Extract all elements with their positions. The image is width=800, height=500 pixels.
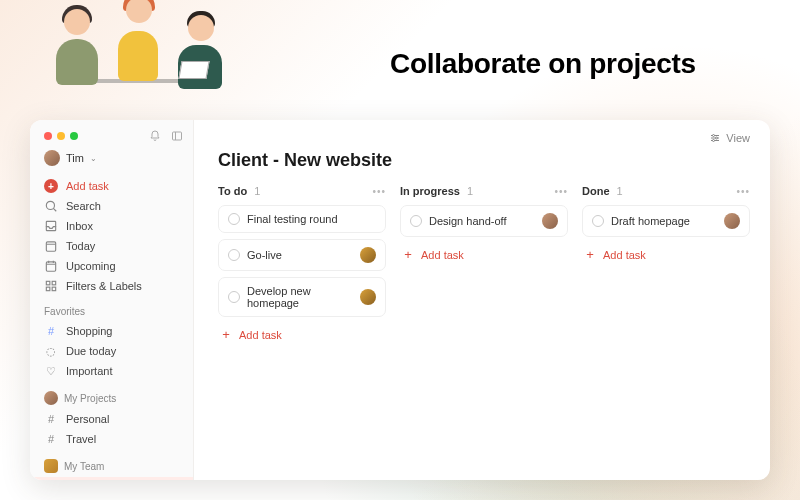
calendar-today-icon	[44, 239, 58, 253]
sidebar: Tim ⌄ + Add task Search Inbox Today Upco…	[30, 120, 194, 480]
column-menu-button[interactable]: •••	[372, 186, 386, 197]
close-window-button[interactable]	[44, 132, 52, 140]
svg-rect-0	[173, 132, 182, 140]
column-count: 1	[254, 185, 260, 197]
column-name: To do	[218, 185, 247, 197]
hash-icon: #	[44, 412, 58, 426]
profile-avatar-icon	[44, 391, 58, 405]
projects-section-header[interactable]: My Projects	[64, 393, 116, 404]
column-menu-button[interactable]: •••	[554, 186, 568, 197]
task-card[interactable]: Final testing round	[218, 205, 386, 233]
favorites-section-header[interactable]: Favorites	[44, 306, 183, 317]
user-menu[interactable]: Tim ⌄	[44, 150, 183, 166]
add-task-in-column-button[interactable]: + Add task	[218, 323, 386, 346]
main-content: View Client - New website To do 1 ••• Fi…	[194, 120, 770, 480]
task-card[interactable]: Design hand-off	[400, 205, 568, 237]
svg-line-3	[53, 208, 56, 211]
svg-rect-11	[52, 281, 56, 285]
svg-rect-12	[46, 287, 50, 291]
svg-rect-6	[46, 262, 55, 271]
task-checkbox[interactable]	[592, 215, 604, 227]
task-title: Go-live	[247, 249, 353, 261]
project-personal[interactable]: # Personal	[44, 409, 183, 429]
user-name: Tim	[66, 152, 84, 164]
column-name: In progress	[400, 185, 460, 197]
add-task-in-column-button[interactable]: + Add task	[582, 243, 750, 266]
column-done: Done 1 ••• Draft homepage + Add task	[582, 185, 750, 346]
task-checkbox[interactable]	[228, 291, 240, 303]
add-task-label: Add task	[421, 249, 464, 261]
favorite-due-today[interactable]: ◌ Due today	[44, 341, 183, 361]
task-checkbox[interactable]	[228, 213, 240, 225]
add-task-button[interactable]: + Add task	[44, 176, 183, 196]
user-avatar	[44, 150, 60, 166]
hero-illustration	[52, 0, 252, 115]
plus-icon: +	[220, 327, 232, 342]
assignee-avatar[interactable]	[542, 213, 558, 229]
task-checkbox[interactable]	[410, 215, 422, 227]
assignee-avatar[interactable]	[360, 289, 376, 305]
sidebar-item-label: Inbox	[66, 220, 93, 232]
project-travel[interactable]: # Travel	[44, 429, 183, 449]
task-card[interactable]: Develop new homepage	[218, 277, 386, 317]
task-title: Final testing round	[247, 213, 376, 225]
svg-rect-4	[46, 242, 55, 251]
project-label: Travel	[66, 433, 96, 445]
plus-icon: +	[584, 247, 596, 262]
task-title: Develop new homepage	[247, 285, 353, 309]
task-title: Design hand-off	[429, 215, 535, 227]
task-checkbox[interactable]	[228, 249, 240, 261]
svg-point-17	[713, 135, 715, 137]
column-todo: To do 1 ••• Final testing round Go-live	[218, 185, 386, 346]
sidebar-item-search[interactable]: Search	[44, 196, 183, 216]
sidebar-item-label: Upcoming	[66, 260, 116, 272]
maximize-window-button[interactable]	[70, 132, 78, 140]
favorite-important[interactable]: ♡ Important	[44, 361, 183, 381]
view-label: View	[726, 132, 750, 144]
sliders-icon	[709, 132, 721, 144]
add-task-label: Add task	[603, 249, 646, 261]
heart-icon: ♡	[44, 364, 58, 378]
column-name: Done	[582, 185, 610, 197]
column-count: 1	[467, 185, 473, 197]
window-controls[interactable]	[44, 132, 78, 140]
calendar-upcoming-icon	[44, 259, 58, 273]
sidebar-item-label: Search	[66, 200, 101, 212]
team-section-header[interactable]: My Team	[64, 461, 104, 472]
assignee-avatar[interactable]	[724, 213, 740, 229]
column-count: 1	[617, 185, 623, 197]
page-title: Client - New website	[218, 150, 750, 171]
notifications-icon[interactable]	[149, 130, 161, 142]
toggle-sidebar-icon[interactable]	[171, 130, 183, 142]
minimize-window-button[interactable]	[57, 132, 65, 140]
sidebar-item-filters[interactable]: Filters & Labels	[44, 276, 183, 296]
view-options-button[interactable]: View	[709, 132, 750, 144]
svg-point-18	[716, 137, 718, 139]
plus-icon: +	[402, 247, 414, 262]
svg-point-19	[713, 140, 715, 142]
grid-icon	[44, 279, 58, 293]
svg-rect-13	[52, 287, 56, 291]
favorite-label: Shopping	[66, 325, 113, 337]
svg-rect-10	[46, 281, 50, 285]
svg-point-2	[46, 201, 54, 209]
task-title: Draft homepage	[611, 215, 717, 227]
sidebar-item-inbox[interactable]: Inbox	[44, 216, 183, 236]
add-task-label: Add task	[239, 329, 282, 341]
search-icon	[44, 199, 58, 213]
hash-icon: #	[44, 324, 58, 338]
task-card[interactable]: Draft homepage	[582, 205, 750, 237]
assignee-avatar[interactable]	[360, 247, 376, 263]
sidebar-item-today[interactable]: Today	[44, 236, 183, 256]
app-window: Tim ⌄ + Add task Search Inbox Today Upco…	[30, 120, 770, 480]
filter-icon: ◌	[44, 344, 58, 358]
column-menu-button[interactable]: •••	[736, 186, 750, 197]
team-avatar-icon	[44, 459, 58, 473]
favorite-shopping[interactable]: # Shopping	[44, 321, 183, 341]
task-card[interactable]: Go-live	[218, 239, 386, 271]
add-task-in-column-button[interactable]: + Add task	[400, 243, 568, 266]
add-task-label: Add task	[66, 180, 109, 192]
project-label: Personal	[66, 413, 109, 425]
sidebar-item-upcoming[interactable]: Upcoming	[44, 256, 183, 276]
team-project-client-website[interactable]: # Client - New website	[30, 477, 193, 480]
